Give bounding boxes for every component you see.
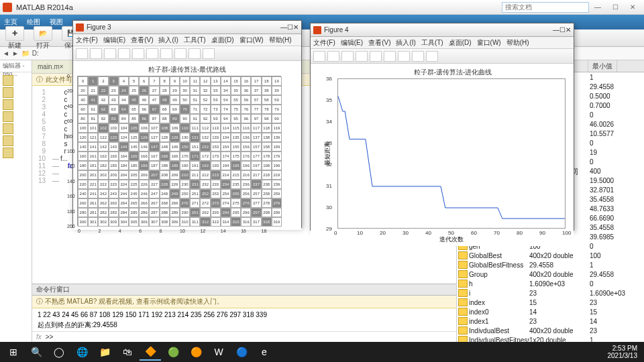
command-prompt[interactable]: fx >> <box>32 331 456 342</box>
close-icon[interactable]: ✕ <box>624 1 641 13</box>
app-icon[interactable]: 🟢 <box>162 343 184 361</box>
menu-item[interactable]: 窗口(W) <box>477 38 501 48</box>
figure-menubar: 文件(F)编辑(E)查看(V)插入(I)工具(T)桌面(D)窗口(W)帮助(H) <box>73 34 301 46</box>
figure-4-window[interactable]: Figure 4— ☐ ✕ 文件(F)编辑(E)查看(V)插入(I)工具(T)桌… <box>310 23 574 231</box>
new-button[interactable]: ✚新建 <box>3 26 27 50</box>
app-icon[interactable]: 🔵 <box>231 343 252 361</box>
file-icon[interactable] <box>3 99 13 110</box>
minimize-icon[interactable]: — <box>553 26 559 34</box>
menu-item[interactable]: 帮助(H) <box>506 38 529 48</box>
menu-item[interactable]: 窗口(W) <box>239 36 264 45</box>
ie-icon[interactable]: e <box>254 343 275 361</box>
app-icon[interactable]: 🟠 <box>185 343 207 361</box>
doc-search-input[interactable] <box>502 2 589 13</box>
maximize-icon[interactable]: ☐ <box>559 26 566 34</box>
figure-menubar: 文件(F)编辑(E)查看(V)插入(I)工具(T)桌面(D)窗口(W)帮助(H) <box>311 37 574 49</box>
path-grid-chart: 0123456789101112131415161718192021222324… <box>77 76 281 226</box>
search-icon[interactable]: 🔍 <box>25 343 47 361</box>
x-axis-label: 迭代次数 <box>439 235 464 244</box>
folder-icon: 📁 <box>21 50 30 57</box>
maximize-icon[interactable]: ☐ <box>606 1 624 13</box>
explorer-icon[interactable]: 📁 <box>94 343 115 361</box>
figure-toolbar <box>73 46 301 61</box>
word-icon[interactable]: W <box>208 343 229 361</box>
menu-item[interactable]: 查看(V) <box>368 38 390 48</box>
chart-title: 粒子群-遗传算法-最优路线 <box>77 65 297 74</box>
tool-button[interactable] <box>426 51 438 62</box>
figure-title: Figure 3 <box>87 23 111 31</box>
menu-item[interactable]: 工具(T) <box>184 36 206 45</box>
menu-item[interactable]: 文件(F) <box>76 36 98 45</box>
start-icon[interactable]: ⊞ <box>3 343 24 361</box>
figure-toolbar <box>311 49 574 64</box>
minimize-icon[interactable]: — <box>280 23 287 31</box>
tool-button[interactable] <box>313 51 325 62</box>
file-icon[interactable] <box>3 111 13 122</box>
matlab-logo-icon <box>313 26 321 34</box>
file-icon[interactable] <box>3 147 13 158</box>
tool-button[interactable] <box>174 48 186 59</box>
convergence-line-chart: 最短距离 迭代次数 293031323334353601020304050607… <box>337 78 566 229</box>
file-icon[interactable] <box>3 135 13 146</box>
current-path[interactable]: D: <box>32 50 39 57</box>
menu-item[interactable]: 桌面(D) <box>211 36 234 45</box>
tool-button[interactable] <box>160 48 172 59</box>
open-button[interactable]: 📂打开 <box>31 26 55 50</box>
chart-title: 粒子群-遗传算法-进化曲线 <box>337 68 568 77</box>
edge-icon[interactable]: 🌐 <box>71 343 93 361</box>
minimize-icon[interactable]: — <box>589 1 606 13</box>
tool-button[interactable] <box>118 48 130 59</box>
command-getting-started[interactable]: ⓘ 不熟悉 MATLAB? 观看此视频, 查看示例或者阅读快速入门。 <box>32 296 456 308</box>
menu-item[interactable]: 查看(V) <box>131 36 153 45</box>
tool-button[interactable] <box>146 48 158 59</box>
windows-taskbar: ⊞ 🔍 ◯ 🌐 📁 🛍 🔶 🟢 🟠 W 🔵 e 2:53 PM2021/3/13 <box>0 342 644 362</box>
figure-title: Figure 4 <box>324 26 349 34</box>
tool-button[interactable] <box>90 48 102 59</box>
app-titlebar: MATLAB R2014a — ☐ ✕ <box>0 0 644 15</box>
menu-item[interactable]: 帮助(H) <box>269 36 292 45</box>
command-output: 1 22 43 24 45 66 87 108 129 150 171 192 … <box>32 308 456 331</box>
menu-item[interactable]: 插入(I) <box>158 36 178 45</box>
file-icon[interactable] <box>3 75 13 86</box>
app-title: MATLAB R2014a <box>16 3 73 11</box>
back-icon[interactable]: ◄ <box>3 50 9 57</box>
tool-button[interactable] <box>384 51 396 62</box>
file-icon[interactable] <box>3 87 13 98</box>
figure-3-window[interactable]: Figure 3— ☐ ✕ 文件(F)编辑(E)查看(V)插入(I)工具(T)桌… <box>72 20 302 228</box>
close-icon[interactable]: ✕ <box>566 26 571 34</box>
tool-button[interactable] <box>104 48 116 59</box>
tool-button[interactable] <box>76 48 88 59</box>
menu-item[interactable]: 文件(F) <box>313 38 335 48</box>
system-clock[interactable]: 2:53 PM2021/3/13 <box>608 345 642 359</box>
matlab-task-icon[interactable]: 🔶 <box>140 343 161 361</box>
tool-button[interactable] <box>356 51 368 62</box>
tool-button[interactable] <box>398 51 410 62</box>
tool-button[interactable] <box>132 48 144 59</box>
close-icon[interactable]: ✕ <box>293 23 299 31</box>
tool-button[interactable] <box>412 51 424 62</box>
menu-item[interactable]: 编辑(E) <box>103 36 125 45</box>
panel-label: 编辑器 - pso... <box>0 60 32 72</box>
tool-button[interactable] <box>189 48 201 59</box>
matlab-logo-icon <box>3 3 12 12</box>
current-folder-panel: 编辑器 - pso... <box>0 60 32 342</box>
menu-item[interactable]: 工具(T) <box>421 38 443 48</box>
tool-button[interactable] <box>370 51 382 62</box>
fwd-icon[interactable]: ► <box>12 50 19 57</box>
tool-button[interactable] <box>203 48 215 59</box>
tool-button[interactable] <box>327 51 339 62</box>
menu-item[interactable]: 插入(I) <box>396 38 415 48</box>
menu-item[interactable]: 桌面(D) <box>449 38 472 48</box>
file-icon[interactable] <box>3 123 13 134</box>
store-icon[interactable]: 🛍 <box>117 343 138 361</box>
cortana-icon[interactable]: ◯ <box>48 343 70 361</box>
command-window-title: 命令行窗口 <box>32 284 456 296</box>
menu-item[interactable]: 编辑(E) <box>341 38 363 48</box>
tool-button[interactable] <box>341 51 354 62</box>
maximize-icon[interactable]: ☐ <box>287 23 293 31</box>
matlab-logo-icon <box>76 23 84 32</box>
